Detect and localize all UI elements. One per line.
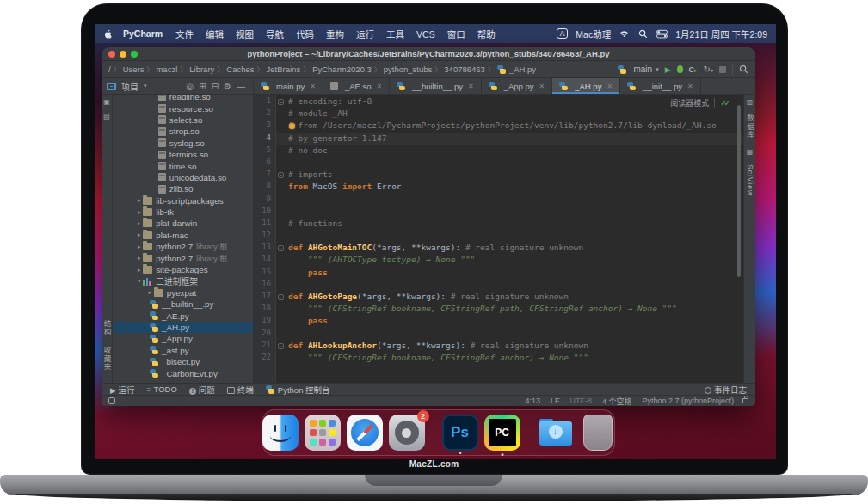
code-line-4[interactable]: # by generator 1.147 [276,133,743,145]
tree-chevron-icon[interactable]: ▸ [135,255,143,261]
settings-gear-icon[interactable]: ⚙ [224,82,231,91]
input-source-icon[interactable]: A [557,28,569,39]
dock-photoshop-icon[interactable]: Ps [442,415,478,451]
python-interpreter[interactable]: Python 2.7 (pythonProject) [642,396,734,405]
tree-chevron-icon[interactable]: ▸ [135,243,143,250]
tree-item-二进制框架[interactable]: ▾二进制框架 [113,275,253,286]
code-line-20[interactable] [276,329,743,341]
debug-button[interactable] [677,65,683,73]
dock-finder-icon[interactable] [262,415,299,451]
menubar-menu-编辑[interactable]: 编辑 [206,29,224,40]
menubar-menu-VCS[interactable]: VCS [416,29,435,40]
inspections-ok-icon[interactable]: ✓✓ [720,98,731,108]
fold-marker-icon[interactable]: − [278,294,284,300]
sciview-icon[interactable]: ▦ [747,148,754,156]
bookmark-icon[interactable]: ▤ [103,113,110,120]
tree-item-zlib.so[interactable]: zlib.so [113,183,253,194]
editor-tab-__init__.py[interactable]: __init__.py✕ [620,78,701,94]
tree-item-termios.so[interactable]: termios.so [113,149,253,160]
tool-window-button-运行[interactable]: ▶运行 [110,384,135,396]
hide-panel-icon[interactable]: — [237,82,245,91]
tab-close-icon[interactable]: ✕ [468,83,474,90]
code-line-18[interactable]: """ (CFStringRef bookname, CFStringRef p… [276,304,743,316]
tree-chevron-icon[interactable]: ▸ [135,209,143,216]
breadcrumb-item[interactable]: PyCharm2020.3 [312,65,372,74]
tab-close-icon[interactable]: ✕ [606,83,613,90]
search-everywhere-icon[interactable] [739,65,748,74]
reader-mode-indicator[interactable]: 阅读器模式 ✓✓ [670,97,731,108]
tree-item-_App.py[interactable]: _App.py [113,333,253,344]
project-tool-icon[interactable]: ▣ [103,98,110,106]
dock-downloads-icon[interactable]: ↓ [538,415,574,451]
line-ending[interactable]: LF [551,396,560,405]
event-log-button[interactable]: 事件日志 [705,384,747,396]
profiler-button[interactable]: ↻▾ [704,65,713,74]
fold-marker-icon[interactable]: − [278,99,284,105]
caret-position[interactable]: 4:13 [525,396,540,405]
tool-window-button-Python 控制台[interactable]: Python 控制台 [266,384,330,396]
tree-item-_AH.py[interactable]: _AH.py [113,322,253,333]
tree-item-resource.so[interactable]: resource.so [113,102,253,114]
spotlight-search-icon[interactable] [637,29,649,39]
dock-trash-icon[interactable] [583,415,613,451]
menubar-clock[interactable]: 1月21日 周四 下午2:09 [675,28,767,40]
editor-tab-main.py[interactable]: main.py✕ [254,78,323,94]
code-line-5[interactable]: # no doc [276,145,743,157]
sciview-tool-button[interactable]: SciView [746,164,754,196]
locate-icon[interactable]: ◎ [187,82,194,91]
menubar-app-name[interactable]: PyCharm [123,28,163,39]
project-panel-header[interactable]: 项目 ▾ ◎⊞⊟⚙— [102,78,254,94]
apple-logo-icon[interactable] [103,28,113,40]
status-device-icon[interactable] [108,397,115,404]
code-line-9[interactable] [276,194,743,206]
tree-item-unicodedata.so[interactable]: unicodedata.so [113,172,253,183]
code-line-16[interactable] [276,280,743,292]
code-line-6[interactable] [276,157,743,169]
control-center-icon[interactable] [656,29,668,39]
tree-item-_AE.py[interactable]: _AE.py [113,310,253,321]
code-line-12[interactable] [276,230,743,243]
editor-tab-__builtin__.py[interactable]: __builtin__.py✕ [390,78,481,94]
tree-chevron-icon[interactable]: ▾ [135,278,143,285]
tree-item-time.so[interactable]: time.so [113,160,253,171]
wifi-icon[interactable] [619,29,630,39]
code-line-8[interactable]: from MacOS import Error [276,181,743,194]
tree-item-plat-mac[interactable]: ▸plat-mac [113,230,253,241]
breadcrumb-item[interactable]: Caches [226,65,254,74]
tree-chevron-icon[interactable]: ▸ [135,197,143,204]
breadcrumb-item-file[interactable]: _AH.py [497,65,536,74]
tree-item-python2.7[interactable]: ▸python2.7library 根 [113,241,253,252]
code-line-21[interactable]: −def AHLookupAnchor(*args, **kwargs): # … [276,341,743,353]
code-line-2[interactable]: # module _AH [276,108,743,120]
menubar-menu-导航[interactable]: 导航 [266,29,284,40]
tab-close-icon[interactable]: ✕ [310,83,316,90]
fold-marker-icon[interactable]: − [278,172,284,178]
tab-close-icon[interactable]: ✕ [687,83,693,90]
tree-item-readline.so[interactable]: readline.so [113,95,253,102]
code-line-15[interactable]: pass [276,267,743,280]
code-line-10[interactable] [276,206,743,218]
expand-all-icon[interactable]: ⊞ [199,82,206,91]
collapse-all-icon[interactable]: ⊟ [212,82,219,91]
breadcrumb-item[interactable]: / [108,65,111,74]
tree-item-__builtin__.py[interactable]: __builtin__.py [113,298,253,310]
read-only-lock-icon[interactable] [742,398,748,403]
menubar-menu-窗口[interactable]: 窗口 [447,29,465,40]
tree-item-_ast.py[interactable]: _ast.py [113,345,253,356]
menubar-assistant[interactable]: Mac助理 [576,28,611,40]
indent-style[interactable]: 4 个空格 [602,396,632,407]
tab-close-icon[interactable]: ✕ [539,83,545,90]
tree-item-syslog.so[interactable]: syslog.so [113,138,253,149]
stop-button[interactable] [719,66,726,73]
tree-item-_CarbonEvt.py[interactable]: _CarbonEvt.py [113,367,253,378]
file-encoding[interactable]: UTF-8 [569,396,592,405]
menubar-menu-文件[interactable]: 文件 [175,29,194,40]
code-line-7[interactable]: −# imports [276,169,743,181]
fold-marker-icon[interactable]: − [278,343,284,349]
tool-window-button-终端[interactable]: 终端 [227,384,254,396]
editor-scrollbar[interactable] [737,105,741,277]
breadcrumb-item[interactable]: JetBrains [267,65,301,74]
tree-item-strop.so[interactable]: strop.so [113,126,253,137]
tree-item-plat-darwin[interactable]: ▸plat-darwin [113,218,253,229]
dock-launchpad-icon[interactable] [305,415,341,451]
